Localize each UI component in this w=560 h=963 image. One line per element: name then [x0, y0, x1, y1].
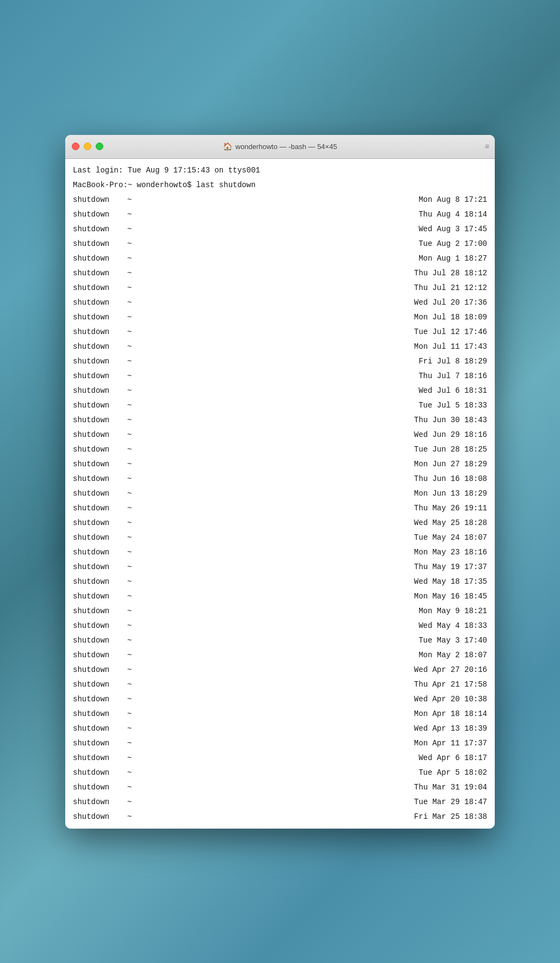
- shutdown-cmd: shutdown~: [73, 692, 138, 707]
- table-row: shutdown~Mon Apr 11 17:37: [65, 736, 495, 751]
- table-row: shutdown~Tue Jul 5 18:33: [65, 398, 495, 413]
- shutdown-cmd: shutdown~: [73, 780, 138, 795]
- shutdown-cmd: shutdown~: [73, 663, 138, 677]
- shutdown-date: Wed Jul 6 18:31: [419, 384, 487, 398]
- table-row: shutdown~Thu Jun 30 18:43: [65, 413, 495, 428]
- table-row: shutdown~Wed Jul 20 17:36: [65, 295, 495, 310]
- shutdown-date: Tue Mar 29 18:47: [414, 795, 487, 810]
- table-row: shutdown~Wed May 4 18:33: [65, 619, 495, 633]
- shutdown-cmd: shutdown~: [73, 707, 138, 721]
- shutdown-cmd: shutdown~: [73, 648, 138, 663]
- shutdown-cmd: shutdown~: [73, 486, 138, 501]
- shutdown-cmd: shutdown~: [73, 413, 138, 428]
- shutdown-date: Tue May 3 17:40: [419, 633, 487, 648]
- titlebar-title: 🏠 wonderhowto — -bash — 54×45: [223, 142, 337, 151]
- table-row: shutdown~Tue Jul 12 17:46: [65, 325, 495, 339]
- shutdown-cmd: shutdown~: [73, 428, 138, 442]
- shutdown-date: Thu Mar 31 19:04: [414, 780, 487, 795]
- shutdown-date: Mon Jul 18 18:09: [414, 310, 487, 325]
- shutdown-date: Thu Jun 30 18:43: [414, 413, 487, 428]
- login-text: Last login: Tue Aug 9 17:15:43 on ttys00…: [73, 163, 260, 178]
- maximize-button[interactable]: [96, 143, 103, 150]
- login-line: Last login: Tue Aug 9 17:15:43 on ttys00…: [65, 163, 495, 178]
- shutdown-date: Tue Jul 12 17:46: [414, 325, 487, 339]
- shutdown-date: Wed Jul 20 17:36: [414, 295, 487, 310]
- table-row: shutdown~Wed Apr 6 18:17: [65, 751, 495, 766]
- shutdown-cmd: shutdown~: [73, 384, 138, 398]
- shutdown-date: Wed Apr 6 18:17: [419, 751, 487, 766]
- table-row: shutdown~Mon May 23 18:16: [65, 545, 495, 560]
- table-row: shutdown~Tue May 3 17:40: [65, 633, 495, 648]
- terminal-window: 🏠 wonderhowto — -bash — 54×45 ≡ Last log…: [65, 135, 495, 829]
- minimize-button[interactable]: [84, 143, 91, 150]
- shutdown-cmd: shutdown~: [73, 251, 138, 266]
- shutdown-date: Mon May 2 18:07: [419, 648, 487, 663]
- table-row: shutdown~Thu May 26 19:11: [65, 501, 495, 516]
- table-row: shutdown~Thu Jul 28 18:12: [65, 266, 495, 281]
- shutdown-cmd: shutdown~: [73, 545, 138, 560]
- shutdown-cmd: shutdown~: [73, 604, 138, 619]
- shutdown-cmd: shutdown~: [73, 193, 138, 207]
- shutdown-cmd: shutdown~: [73, 589, 138, 604]
- shutdown-cmd: shutdown~: [73, 516, 138, 530]
- table-row: shutdown~Tue May 24 18:07: [65, 530, 495, 545]
- shutdown-date: Thu Apr 21 17:58: [414, 677, 487, 692]
- shutdown-cmd: shutdown~: [73, 530, 138, 545]
- shutdown-date: Wed Apr 27 20:16: [414, 663, 487, 677]
- scrollbar-indicator-icon: ≡: [485, 142, 489, 151]
- shutdown-cmd: shutdown~: [73, 281, 138, 295]
- table-row: shutdown~Thu Aug 4 18:14: [65, 207, 495, 222]
- shutdown-date: Thu Jul 7 18:16: [419, 369, 487, 384]
- shutdown-cmd: shutdown~: [73, 295, 138, 310]
- close-button[interactable]: [72, 143, 79, 150]
- shutdown-cmd: shutdown~: [73, 721, 138, 736]
- table-row: shutdown~Fri Jul 8 18:29: [65, 354, 495, 369]
- shutdown-date: Mon Jun 13 18:29: [414, 486, 487, 501]
- table-row: shutdown~Thu Mar 31 19:04: [65, 780, 495, 795]
- shutdown-cmd: shutdown~: [73, 354, 138, 369]
- table-row: shutdown~Mon May 2 18:07: [65, 648, 495, 663]
- shutdown-date: Mon Jun 27 18:29: [414, 457, 487, 472]
- table-row: shutdown~Tue Mar 29 18:47: [65, 795, 495, 810]
- shutdown-date: Wed May 4 18:33: [419, 619, 487, 633]
- shutdown-cmd: shutdown~: [73, 222, 138, 237]
- window-title-text: wonderhowto — -bash — 54×45: [235, 143, 337, 151]
- table-row: shutdown~Wed Aug 3 17:45: [65, 222, 495, 237]
- shutdown-cmd: shutdown~: [73, 810, 138, 824]
- shutdown-cmd: shutdown~: [73, 310, 138, 325]
- table-row: shutdown~Wed May 25 18:28: [65, 516, 495, 530]
- shutdown-date: Thu Jul 21 12:12: [414, 281, 487, 295]
- shutdown-cmd: shutdown~: [73, 339, 138, 354]
- shutdown-cmd: shutdown~: [73, 736, 138, 751]
- shutdown-date: Thu Jun 16 18:08: [414, 472, 487, 486]
- shutdown-cmd: shutdown~: [73, 472, 138, 486]
- shutdown-cmd: shutdown~: [73, 325, 138, 339]
- shutdown-cmd: shutdown~: [73, 575, 138, 589]
- shutdown-date: Wed Apr 20 10:38: [414, 692, 487, 707]
- shutdown-entries: shutdown~Mon Aug 8 17:21shutdown~Thu Aug…: [65, 193, 495, 824]
- shutdown-date: Tue Apr 5 18:02: [419, 766, 487, 780]
- shutdown-date: Mon May 9 18:21: [419, 604, 487, 619]
- shutdown-date: Fri Mar 25 18:38: [414, 810, 487, 824]
- shutdown-cmd: shutdown~: [73, 751, 138, 766]
- table-row: shutdown~Mon Jun 13 18:29: [65, 486, 495, 501]
- shutdown-date: Mon May 23 18:16: [414, 545, 487, 560]
- table-row: shutdown~Wed Jun 29 18:16: [65, 428, 495, 442]
- table-row: shutdown~Wed Apr 27 20:16: [65, 663, 495, 677]
- table-row: shutdown~Mon Jul 18 18:09: [65, 310, 495, 325]
- shutdown-date: Wed Jun 29 18:16: [414, 428, 487, 442]
- shutdown-date: Thu May 26 19:11: [414, 501, 487, 516]
- shutdown-date: Mon Apr 18 18:14: [414, 707, 487, 721]
- shutdown-cmd: shutdown~: [73, 207, 138, 222]
- prompt-line: MacBook-Pro:~ wonderhowto$ last shutdown: [65, 178, 495, 193]
- shutdown-date: Wed May 18 17:35: [414, 575, 487, 589]
- table-row: shutdown~Mon Aug 8 17:21: [65, 193, 495, 207]
- shutdown-cmd: shutdown~: [73, 619, 138, 633]
- table-row: shutdown~Mon Aug 1 18:27: [65, 251, 495, 266]
- shutdown-date: Tue Jun 28 18:25: [414, 442, 487, 457]
- shutdown-date: Thu Aug 4 18:14: [419, 207, 487, 222]
- shutdown-date: Wed Aug 3 17:45: [419, 222, 487, 237]
- shutdown-cmd: shutdown~: [73, 560, 138, 575]
- table-row: shutdown~Tue Apr 5 18:02: [65, 766, 495, 780]
- shutdown-cmd: shutdown~: [73, 677, 138, 692]
